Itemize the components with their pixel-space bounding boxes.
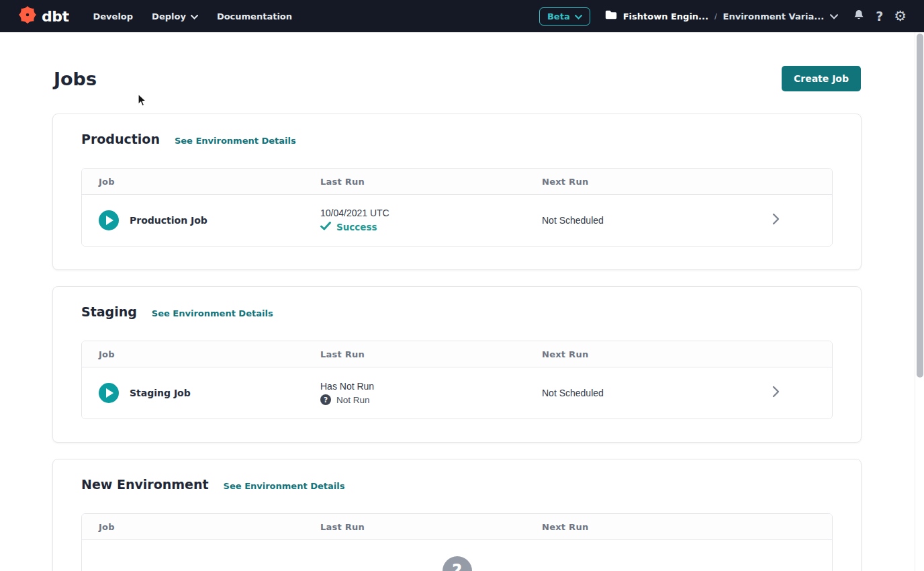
column-header-job: Job — [99, 522, 320, 532]
beta-label: Beta — [547, 11, 570, 21]
breadcrumb: Fishtown Engin... / Environment Varia... — [605, 9, 838, 23]
dbt-logo[interactable]: dbt — [17, 5, 69, 28]
play-icon — [106, 388, 113, 398]
nav-menu: Develop Deploy Documentation — [93, 11, 293, 21]
column-header-next-run: Next Run — [542, 349, 753, 359]
nav-item-label: Develop — [93, 11, 134, 21]
environment-list: Production See Environment Details Job L… — [52, 114, 862, 571]
column-header-last-run: Last Run — [320, 177, 542, 187]
last-run-status: ? Not Run — [320, 394, 542, 405]
dbt-logo-icon — [17, 5, 38, 28]
page-header: Jobs Create Job — [54, 66, 861, 91]
card-header: Staging See Environment Details — [81, 304, 833, 319]
job-cell: Production Job — [99, 210, 320, 230]
nav-item-develop[interactable]: Develop — [93, 11, 134, 21]
nav-item-deploy[interactable]: Deploy — [152, 11, 198, 21]
empty-state: ? — [82, 540, 832, 571]
see-environment-details-link[interactable]: See Environment Details — [175, 136, 296, 146]
jobs-page: Jobs Create Job Production See Environme… — [0, 66, 915, 571]
nav-right: Beta Fishtown Engin... / Environment Var… — [539, 7, 907, 26]
nav-item-label: Deploy — [152, 11, 186, 21]
column-header-next-run: Next Run — [542, 177, 753, 187]
see-environment-details-link[interactable]: See Environment Details — [224, 481, 345, 491]
chevron-down-icon — [575, 11, 582, 21]
breadcrumb-current[interactable]: Environment Varia... — [723, 11, 825, 21]
beta-dropdown[interactable]: Beta — [539, 7, 590, 26]
question-circle-icon: ? — [320, 394, 331, 405]
jobs-table: Job Last Run Next Run ? — [81, 513, 833, 571]
table-header-row: Job Last Run Next Run — [82, 341, 832, 367]
column-header-job: Job — [99, 177, 320, 187]
environment-name: New Environment — [81, 477, 209, 492]
status-text: Success — [336, 222, 377, 232]
nav-icons: ? ⚙ — [853, 9, 907, 24]
last-run-cell: Has Not Run ? Not Run — [320, 381, 542, 405]
dbt-logo-text: dbt — [42, 8, 69, 25]
create-job-button[interactable]: Create Job — [782, 66, 861, 91]
chevron-right-icon[interactable] — [772, 386, 780, 400]
column-header-job: Job — [99, 349, 320, 359]
column-header-last-run: Last Run — [320, 522, 542, 532]
play-icon — [106, 216, 113, 225]
job-name: Production Job — [130, 215, 207, 226]
environment-name: Staging — [81, 304, 137, 319]
environment-card-staging: Staging See Environment Details Job Last… — [52, 286, 862, 443]
column-header-next-run: Next Run — [542, 522, 753, 532]
next-run-cell: Not Scheduled — [542, 388, 753, 398]
folder-icon — [605, 9, 617, 23]
next-run-cell: Not Scheduled — [542, 215, 753, 226]
table-header-row: Job Last Run Next Run — [82, 514, 832, 540]
chevron-right-icon[interactable] — [772, 213, 780, 228]
job-name: Staging Job — [130, 388, 191, 398]
card-header: New Environment See Environment Details — [81, 477, 833, 492]
gear-icon[interactable]: ⚙ — [894, 9, 907, 24]
run-job-button[interactable] — [99, 383, 119, 403]
run-job-button[interactable] — [99, 210, 119, 230]
last-run-date: 10/04/2021 UTC — [320, 208, 542, 218]
last-run-cell: 10/04/2021 UTC Success — [320, 208, 542, 233]
chevron-down-icon[interactable] — [830, 10, 838, 22]
last-run-status: Success — [320, 221, 542, 233]
see-environment-details-link[interactable]: See Environment Details — [152, 308, 273, 318]
environment-card-new-environment: New Environment See Environment Details … — [52, 459, 862, 571]
breadcrumb-separator: / — [714, 11, 717, 21]
page-title: Jobs — [54, 69, 97, 89]
scrollbar-thumb[interactable] — [917, 34, 923, 378]
environment-name: Production — [81, 132, 160, 146]
chevron-down-icon — [191, 11, 198, 21]
status-text: Not Run — [336, 395, 370, 405]
check-icon — [320, 221, 331, 233]
help-icon[interactable]: ? — [876, 10, 883, 23]
top-nav: dbt Develop Deploy Documentation Beta — [0, 0, 924, 32]
jobs-table: Job Last Run Next Run Staging Job Has No… — [81, 341, 833, 419]
last-run-date: Has Not Run — [320, 381, 542, 392]
column-header-last-run: Last Run — [320, 349, 542, 359]
nav-item-documentation[interactable]: Documentation — [217, 11, 292, 21]
job-row-staging[interactable]: Staging Job Has Not Run ? Not Run Not Sc… — [82, 367, 832, 419]
bell-icon[interactable] — [853, 9, 865, 24]
scrollbar-track[interactable] — [915, 32, 924, 571]
question-circle-icon: ? — [443, 556, 472, 571]
breadcrumb-account[interactable]: Fishtown Engin... — [623, 11, 708, 21]
table-header-row: Job Last Run Next Run — [82, 169, 832, 195]
nav-item-label: Documentation — [217, 11, 292, 21]
card-header: Production See Environment Details — [81, 132, 833, 146]
job-row-production[interactable]: Production Job 10/04/2021 UTC Success No… — [82, 195, 832, 246]
jobs-table: Job Last Run Next Run Production Job 10/… — [81, 168, 833, 247]
job-cell: Staging Job — [99, 383, 320, 403]
environment-card-production: Production See Environment Details Job L… — [52, 114, 862, 270]
